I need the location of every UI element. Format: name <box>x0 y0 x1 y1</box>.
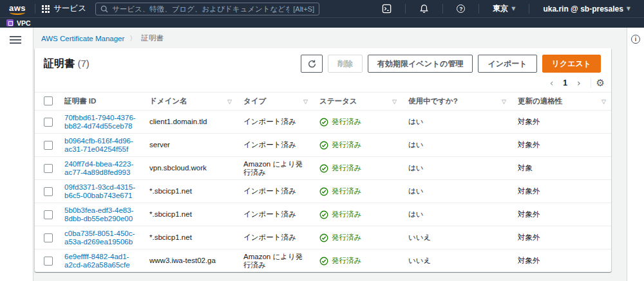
page-title: 証明書 (7) <box>44 57 90 71</box>
column-filter-icon[interactable]: ▽ <box>227 98 232 105</box>
status-cell: 発行済み <box>313 203 402 226</box>
renewal-eligibility-cell: 対象外 <box>511 249 611 273</box>
status-cell: 発行済み <box>313 157 402 180</box>
vpc-service-icon <box>6 19 14 26</box>
global-search[interactable]: [Alt+S] <box>95 3 319 15</box>
previous-page-button[interactable]: ‹ <box>545 77 558 89</box>
certificates-table: 証明書 IDドメイン名▽タイプ▽ステータス▽使用中ですか?▽更新の適格性▽ 70… <box>35 92 611 272</box>
delete-button[interactable]: 削除 <box>328 55 363 73</box>
certificate-id-link[interactable]: 70fbbd61-7940-4376-bb82-4d74d55ceb78 <box>64 114 136 130</box>
domain-name-cell: client1.domain.tld <box>143 111 237 134</box>
issued-check-icon <box>319 118 328 127</box>
aws-logo[interactable]: aws <box>8 3 28 15</box>
certificate-id-link[interactable]: 09fd3371-93cd-4315-b6c5-00bab743e671 <box>64 183 135 199</box>
in-use-cell: いいえ <box>402 249 511 273</box>
cloudshell-terminal-icon <box>382 4 392 14</box>
renewal-eligibility-cell: 対象外 <box>511 180 611 203</box>
notifications-button[interactable] <box>412 0 436 17</box>
account-label: uka.rin @ sb-presales <box>543 5 623 14</box>
open-menu-button[interactable] <box>10 36 21 44</box>
issued-check-icon <box>319 210 328 219</box>
column-filter-icon[interactable]: ▽ <box>303 98 308 105</box>
column-header-label: 更新の適格性 <box>518 97 562 105</box>
in-use-cell: いいえ <box>402 226 511 249</box>
table-row: 240ff7d4-bbea-4223-ac77-4a89d8fed993vpn.… <box>35 157 611 180</box>
column-filter-icon[interactable]: ▽ <box>502 98 506 105</box>
cloudshell-button[interactable] <box>375 0 399 17</box>
table-header-row: 証明書 IDドメイン名▽タイプ▽ステータス▽使用中ですか?▽更新の適格性▽ <box>35 93 611 111</box>
certificate-id-link[interactable]: 240ff7d4-bbea-4223-ac77-4a89d8fed993 <box>64 160 133 176</box>
search-shortcut-hint: [Alt+S] <box>293 5 314 13</box>
certificate-id-link[interactable]: b0964cfb-616f-4d96-ac31-71e04254f55f <box>64 137 133 153</box>
renewal-eligibility-cell: 対象外 <box>511 134 611 157</box>
row-checkbox[interactable] <box>44 187 53 196</box>
table-row: b0964cfb-616f-4d96-ac31-71e04254f55fserv… <box>35 134 611 157</box>
region-selector[interactable]: 東京 ▼ <box>486 3 522 14</box>
import-button[interactable]: インポート <box>478 55 536 73</box>
in-use-cell: はい <box>402 157 511 180</box>
item-count: (7) <box>77 58 89 69</box>
column-filter-icon[interactable]: ▽ <box>601 98 606 105</box>
column-header-label: ステータス <box>319 97 357 105</box>
table-settings-gear-icon[interactable]: ⚙ <box>596 78 605 88</box>
breadcrumb-current: 証明書 <box>141 33 164 43</box>
renewal-eligibility-cell: 対象外 <box>511 111 611 134</box>
breadcrumb-acm-link[interactable]: AWS Certificate Manager <box>41 35 124 42</box>
column-header: ステータス▽ <box>313 93 402 111</box>
certificate-id-link[interactable]: c0ba735f-8051-450c-a53a-d269ea19506b <box>64 230 135 246</box>
search-icon <box>100 5 108 13</box>
help-button[interactable]: ? <box>450 0 472 17</box>
certificate-id-link[interactable]: 5b0b3fea-edf3-4e83-8dbb-db55eb290e00 <box>64 206 133 222</box>
services-grid-icon <box>42 5 50 13</box>
divider <box>442 4 443 14</box>
type-cell: インポート済み <box>237 134 313 157</box>
manage-expiry-events-button[interactable]: 有効期限イベントの管理 <box>368 55 473 73</box>
breadcrumb-separator-icon: 〉 <box>129 34 136 43</box>
request-button[interactable]: リクエスト <box>542 55 601 73</box>
next-page-button[interactable]: › <box>573 77 585 89</box>
divider <box>478 4 479 14</box>
refresh-icon <box>307 59 317 69</box>
column-header-label: タイプ <box>243 97 266 105</box>
status-cell: 発行済み <box>313 249 402 273</box>
type-cell: インポート済み <box>237 203 313 226</box>
column-header: タイプ▽ <box>237 93 313 111</box>
region-label: 東京 <box>493 3 508 14</box>
renewal-eligibility-cell: 対象外 <box>511 203 611 226</box>
favorite-vpc-shortcut[interactable]: VPC <box>6 19 31 27</box>
search-input[interactable] <box>112 5 289 13</box>
row-checkbox[interactable] <box>44 141 53 150</box>
renewal-eligibility-cell: 対象 <box>511 157 611 180</box>
page-title-text: 証明書 <box>44 58 75 69</box>
services-menu-button[interactable]: サービス <box>42 3 86 14</box>
in-use-cell: はい <box>402 134 511 157</box>
account-menu[interactable]: uka.rin @ sb-presales ▼ <box>536 5 638 14</box>
top-navigation-bar: aws サービス [Alt+S] ? <box>0 0 644 17</box>
info-icon[interactable]: i <box>631 35 640 44</box>
status-label: 発行済み <box>332 141 361 149</box>
row-checkbox[interactable] <box>44 210 53 219</box>
column-filter-icon[interactable]: ▽ <box>392 98 397 105</box>
services-label: サービス <box>53 3 86 14</box>
status-label: 発行済み <box>332 187 361 195</box>
row-checkbox[interactable] <box>44 118 53 127</box>
issued-check-icon <box>319 187 328 196</box>
select-all-checkbox[interactable] <box>44 96 53 105</box>
table-row: 09fd3371-93cd-4315-b6c5-00bab743e671*.sb… <box>35 180 611 203</box>
question-mark-icon: ? <box>457 5 465 13</box>
certificate-id-link[interactable]: 6e9effff-8482-4ad1-a2cd-a62a58a65cfe <box>64 253 130 269</box>
table-row: c0ba735f-8051-450c-a53a-d269ea19506b*.sb… <box>35 226 611 249</box>
aws-logo-smile <box>10 10 25 15</box>
divider <box>529 4 529 14</box>
row-checkbox[interactable] <box>44 164 53 173</box>
refresh-button[interactable] <box>301 55 323 73</box>
domain-name-cell: www3.iwa-test02.ga <box>143 249 237 273</box>
row-checkbox[interactable] <box>44 257 53 266</box>
type-cell: インポート済み <box>237 180 313 203</box>
topbar-right-controls: ? 東京 ▼ uka.rin @ sb-presales ▼ <box>375 0 638 17</box>
domain-name-cell: vpn.sbcloud.work <box>143 157 237 180</box>
current-page-number[interactable]: 1 <box>559 77 571 89</box>
row-checkbox[interactable] <box>44 233 53 242</box>
column-header: 更新の適格性▽ <box>511 93 611 111</box>
panel-header: 証明書 (7) 削除 有効期限イベントの管理 インポート リクエスト <box>35 48 611 74</box>
